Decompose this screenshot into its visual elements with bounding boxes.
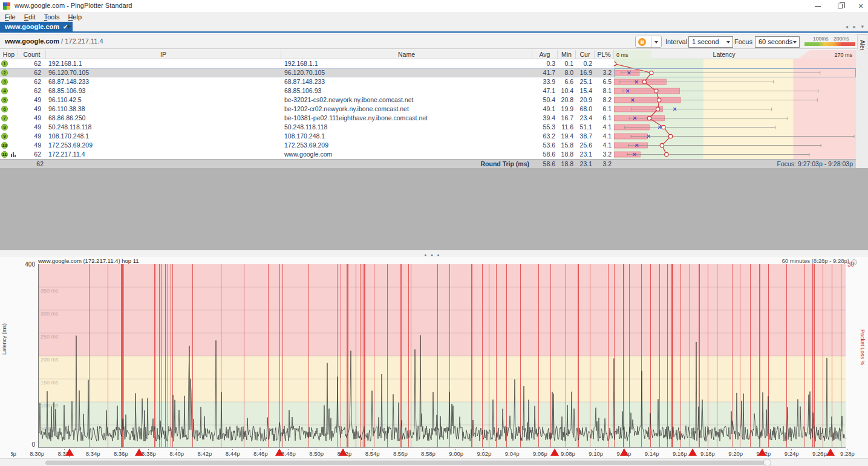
menu-item-help[interactable]: Help — [68, 12, 82, 22]
target-separator: / — [59, 37, 65, 45]
cell-cur: 51.1 — [576, 123, 592, 132]
chevron-down-icon — [726, 41, 730, 44]
x-tick-label: 8:44p — [223, 450, 243, 457]
target-toolbar: www.google.com / 172.217.11.4 Interval 1… — [0, 34, 868, 49]
cell-count: 62 — [18, 59, 44, 68]
hop-number-badge: 4 — [1, 88, 8, 94]
tab-www-google-com[interactable]: www.google.com✔ — [0, 22, 73, 31]
svg-text:300 ms: 300 ms — [41, 311, 59, 317]
pingplotter-window: www.google.com - PingPlotter Standard ✕ … — [0, 0, 868, 466]
x-tick-label: 9:20p — [725, 450, 746, 457]
target-host: www.google.com / 172.217.11.4 — [5, 37, 103, 45]
col-header-min[interactable]: Min — [558, 50, 576, 60]
cell-pl: 3.2 — [595, 150, 612, 159]
cell-name: be-1202-cr02.newyork.ny.ibone.comcast.ne… — [284, 105, 529, 114]
pause-dropdown-caret-icon[interactable] — [654, 41, 658, 44]
cell-name: 192.168.1.1 — [284, 59, 529, 68]
hop-number-badge: 6 — [1, 106, 8, 112]
x-tick-label: 9:04p — [502, 450, 523, 457]
new-tab-button[interactable]: + — [63, 22, 75, 31]
col-header-name[interactable]: Name — [281, 50, 532, 60]
y2-axis-title: Packet Loss % — [860, 329, 866, 366]
tab-label: www.google.com — [5, 23, 59, 30]
pane-splitter-handle[interactable]: ●●● — [0, 250, 868, 257]
cell-count: 62 — [18, 77, 44, 86]
cell-ip: 96.110.38.38 — [48, 105, 278, 114]
cell-avg: 50.4 — [532, 95, 555, 105]
x-tick-mark — [707, 449, 708, 450]
col-header-cur[interactable]: Cur — [576, 50, 595, 60]
y2-axis-max-label: 30 — [847, 261, 854, 268]
x-tick-mark — [93, 449, 93, 450]
x-tick-label: 8:36p — [111, 450, 131, 457]
x-tick-mark — [595, 449, 596, 450]
col-header-hop[interactable]: Hop — [0, 50, 18, 60]
cell-pl: 3.2 — [595, 68, 612, 77]
svg-text:350 ms: 350 ms — [41, 288, 59, 294]
empty-background — [0, 168, 868, 250]
col-header-count[interactable]: Count — [18, 50, 46, 60]
x-tick-mark — [204, 449, 204, 450]
pause-button[interactable] — [635, 36, 662, 48]
cell-cur: 16.9 — [576, 68, 592, 77]
col-header-pl[interactable]: PL% — [595, 50, 614, 60]
x-tick-mark — [176, 449, 177, 450]
title-bar: www.google.com - PingPlotter Standard ✕ — [0, 0, 868, 12]
interval-label: Interval — [665, 38, 687, 45]
cell-count: 49 — [18, 114, 44, 123]
x-tick-mark — [735, 449, 736, 450]
x-tick-mark — [372, 449, 373, 450]
timeline-chart[interactable]: 350 ms300 ms250 ms200 ms150 ms100 ms50 m… — [38, 264, 846, 448]
cell-count: 49 — [18, 141, 44, 150]
cell-avg: 55.3 — [532, 123, 555, 132]
cell-count: 49 — [18, 123, 44, 132]
menu-item-file[interactable]: File — [5, 12, 16, 22]
legend-gradient-bar — [804, 42, 855, 46]
cell-pl: 6.1 — [595, 105, 612, 114]
cell-count: 62 — [18, 86, 44, 95]
cell-pl: 4.1 — [595, 132, 612, 141]
alert-marker-icon — [339, 448, 347, 456]
minimize-button[interactable] — [808, 0, 828, 12]
hop-cell: 10 — [1, 142, 17, 149]
col-header-latency[interactable]: Latency — [651, 50, 797, 60]
cell-min: 6.6 — [558, 77, 573, 86]
interval-select[interactable]: 1 second — [688, 36, 733, 48]
pause-icon — [638, 38, 646, 46]
x-tick-label: 8:34p — [83, 450, 103, 457]
tab-scroll-arrows-icon[interactable]: ◂ ▸ ▾ — [845, 24, 866, 30]
hop-number-badge: 3 — [1, 79, 8, 85]
hop-cell: 2 — [1, 70, 17, 76]
y-axis-title: Latency (ms) — [1, 323, 7, 355]
x-tick-label: 8:30p — [27, 450, 47, 457]
scrollbar-thumb[interactable] — [45, 461, 765, 465]
summary-pl: 3.2 — [595, 160, 612, 169]
menu-bar: FileEditToolsHelp — [0, 12, 868, 22]
scrollbar-knob[interactable] — [763, 459, 771, 466]
alert-marker-icon — [826, 448, 835, 456]
cell-count: 49 — [18, 95, 44, 105]
restore-button[interactable] — [830, 0, 850, 12]
col-header-avg[interactable]: Avg — [532, 50, 558, 60]
x-tick-label: 8:42p — [194, 450, 215, 457]
x-tick-label: 8:54p — [362, 450, 383, 457]
horizontal-scrollbar[interactable] — [0, 458, 868, 466]
col-header-ip[interactable]: IP — [46, 50, 281, 60]
close-button[interactable]: ✕ — [850, 0, 868, 12]
menu-item-edit[interactable]: Edit — [24, 12, 36, 22]
x-tick-mark — [819, 449, 820, 450]
cell-cur: 0.2 — [576, 59, 592, 68]
menu-item-tools[interactable]: Tools — [44, 12, 60, 22]
cell-ip: 50.248.118.118 — [48, 123, 278, 132]
cell-min: 19.4 — [558, 132, 573, 141]
cell-name: 172.253.69.209 — [284, 141, 529, 150]
hop-number-badge: 2 — [1, 70, 8, 76]
hop-cell: 3 — [1, 79, 17, 85]
cell-count: 62 — [18, 68, 44, 77]
focus-select[interactable]: 60 seconds — [755, 36, 800, 48]
x-tick-label: 8:28p — [11, 450, 19, 457]
cell-name: 68.87.148.233 — [284, 77, 529, 86]
cell-cur: 20.9 — [576, 95, 592, 105]
cell-ip: 68.85.106.93 — [48, 86, 278, 95]
y-axis-max-label: 400 — [12, 261, 35, 268]
